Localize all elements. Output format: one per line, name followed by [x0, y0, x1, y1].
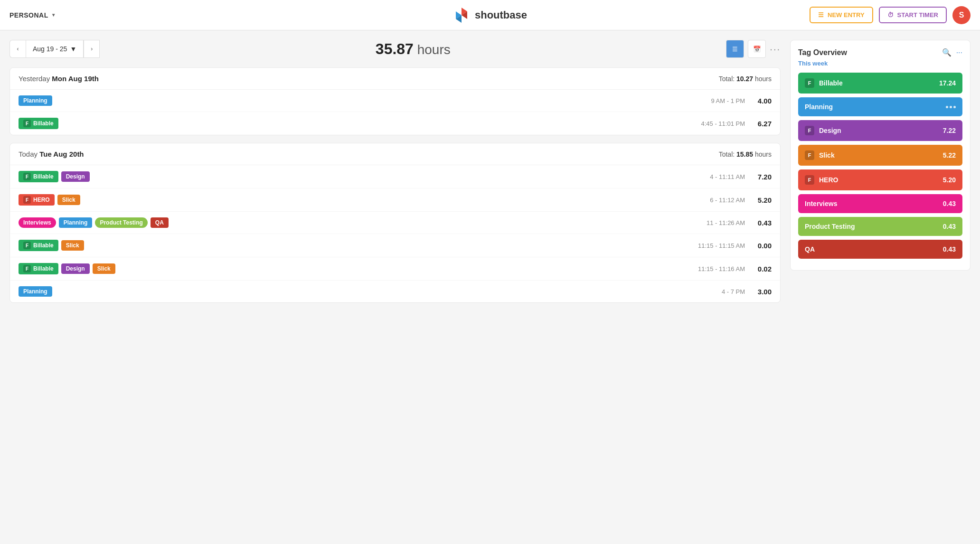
time-info: 4 - 7 PM 3.00: [722, 288, 772, 296]
time-entry[interactable]: InterviewsPlanningProduct TestingQA 11 -…: [10, 212, 780, 234]
day-total: Total: 15.85 hours: [719, 150, 772, 158]
tag-bar-slick[interactable]: FSlick5.22: [798, 145, 962, 166]
calendar-view-button[interactable]: 📅: [748, 40, 766, 58]
duration: 6.27: [753, 120, 772, 128]
tag-bar-planning[interactable]: Planning: [798, 97, 962, 116]
tag-design[interactable]: Design: [61, 171, 90, 182]
view-controls: ☰ 📅 ···: [726, 40, 781, 58]
time-entry[interactable]: Planning 9 AM - 1 PM 4.00: [10, 90, 780, 112]
date-range-label: Aug 19 - 25: [33, 45, 67, 53]
tag-bar-product-testing[interactable]: Product Testing0.43: [798, 217, 962, 236]
tag-bar-label: Interviews: [805, 200, 943, 207]
tag-billable[interactable]: FBillable: [19, 240, 58, 251]
tag-design[interactable]: Design: [61, 263, 90, 274]
brand-logo-icon: [453, 7, 470, 24]
time-entry[interactable]: FBillableDesign 4 - 11:11 AM 7.20: [10, 165, 780, 188]
tag-slick[interactable]: Slick: [93, 263, 115, 274]
new-entry-icon: ☰: [818, 11, 824, 19]
user-avatar[interactable]: S: [952, 6, 971, 24]
tag-search-button[interactable]: 🔍: [942, 48, 952, 57]
tag-product-testing[interactable]: Product Testing: [95, 217, 147, 228]
ellipsis-icon: ···: [770, 44, 781, 54]
date-range-picker[interactable]: Aug 19 - 25 ▼: [26, 40, 84, 58]
tag-billable[interactable]: FBillable: [19, 118, 58, 129]
tag-bar-dots: [946, 106, 956, 108]
tag-bars-container: FBillable17.24PlanningFDesign7.22FSlick5…: [798, 73, 962, 259]
brand-logo-area: shoutbase: [453, 7, 527, 24]
new-entry-button[interactable]: ☰ NEW ENTRY: [810, 7, 873, 23]
tag-billable[interactable]: FBillable: [19, 263, 58, 274]
search-icon: 🔍: [942, 48, 952, 56]
tag-qa[interactable]: QA: [151, 217, 169, 228]
tag-ellipsis-icon: ···: [956, 48, 962, 56]
tag-bar-value: 0.43: [943, 245, 956, 253]
tag-f-badge: F: [23, 242, 31, 249]
tag-hero[interactable]: FHERO: [19, 194, 55, 206]
time-info: 11:15 - 11:16 AM 0.02: [698, 265, 772, 273]
workspace-chevron-icon: ▼: [51, 12, 56, 18]
list-view-button[interactable]: ☰: [726, 40, 744, 58]
next-week-button[interactable]: ›: [84, 40, 100, 58]
next-icon: ›: [91, 46, 93, 52]
tag-f-badge: F: [23, 265, 31, 272]
duration: 3.00: [753, 288, 772, 296]
avatar-letter: S: [959, 11, 964, 19]
tag-planning[interactable]: Planning: [19, 286, 52, 297]
more-options-button[interactable]: ···: [770, 44, 781, 55]
time-entry[interactable]: FBillable 4:45 - 11:01 PM 6.27: [10, 112, 780, 135]
tag-bar-f-badge: F: [805, 150, 814, 160]
timer-icon: ⏱: [887, 11, 894, 19]
tags-area: FBillableSlick: [19, 240, 698, 251]
tag-overview-card: Tag Overview 🔍 ··· This week FBillable17…: [790, 40, 971, 271]
start-timer-button[interactable]: ⏱ START TIMER: [879, 7, 947, 23]
tags-area: FBillableDesignSlick: [19, 263, 698, 274]
total-hours-label: hours: [417, 42, 451, 57]
tag-interviews[interactable]: Interviews: [19, 217, 56, 228]
tag-bar-value: 5.20: [943, 176, 956, 184]
tag-bar-f-badge: F: [805, 126, 814, 135]
time-range: 6 - 11:12 AM: [710, 197, 745, 204]
day-section: Today Tue Aug 20th Total: 15.85 hours FB…: [9, 143, 781, 303]
time-info: 11:15 - 11:15 AM 0.00: [698, 242, 772, 250]
total-hours-value: 35.87: [376, 40, 414, 57]
tag-bar-label: Slick: [819, 151, 943, 159]
tag-overview-header: Tag Overview 🔍 ···: [798, 48, 962, 57]
tag-bar-design[interactable]: FDesign7.22: [798, 120, 962, 141]
tag-bar-hero[interactable]: FHERO5.20: [798, 169, 962, 190]
tag-bar-value: 7.22: [943, 127, 956, 134]
day-section: Yesterday Mon Aug 19th Total: 10.27 hour…: [9, 67, 781, 135]
tag-bar-billable[interactable]: FBillable17.24: [798, 73, 962, 94]
duration: 7.20: [753, 173, 772, 181]
duration: 0.43: [753, 219, 772, 227]
tag-slick[interactable]: Slick: [57, 195, 80, 205]
list-icon: ☰: [732, 46, 738, 53]
prev-week-button[interactable]: ‹: [9, 40, 26, 58]
tag-bar-interviews[interactable]: Interviews0.43: [798, 194, 962, 213]
tag-slick[interactable]: Slick: [61, 240, 84, 251]
tag-billable[interactable]: FBillable: [19, 171, 58, 182]
tag-bar-value: 5.22: [943, 151, 956, 159]
time-entry[interactable]: FHEROSlick 6 - 11:12 AM 5.20: [10, 188, 780, 212]
time-info: 11 - 11:26 AM 0.43: [707, 219, 772, 227]
tags-area: Planning: [19, 286, 722, 297]
tag-f-badge: F: [23, 196, 31, 204]
tag-bar-label: Billable: [819, 79, 939, 87]
date-navigation: ‹ Aug 19 - 25 ▼ › 35.87 hours ☰ 📅: [9, 40, 781, 58]
tag-planning[interactable]: Planning: [59, 217, 93, 228]
tag-f-badge: F: [23, 173, 31, 180]
tag-more-button[interactable]: ···: [956, 48, 962, 57]
tag-bar-qa[interactable]: QA0.43: [798, 240, 962, 259]
time-entry[interactable]: Planning 4 - 7 PM 3.00: [10, 281, 780, 302]
tag-bar-value: 0.43: [943, 200, 956, 207]
tag-planning[interactable]: Planning: [19, 95, 52, 106]
time-entry[interactable]: FBillableSlick 11:15 - 11:15 AM 0.00: [10, 234, 780, 257]
tag-bar-value: 0.43: [943, 223, 956, 230]
workspace-selector[interactable]: PERSONAL ▼: [9, 11, 56, 19]
time-entries-panel: ‹ Aug 19 - 25 ▼ › 35.87 hours ☰ 📅: [9, 40, 781, 535]
time-range: 4:45 - 11:01 PM: [701, 120, 745, 127]
time-range: 11 - 11:26 AM: [707, 219, 745, 226]
workspace-name: PERSONAL: [9, 11, 48, 19]
total-hours-display: 35.87 hours: [100, 40, 726, 58]
time-entry[interactable]: FBillableDesignSlick 11:15 - 11:16 AM 0.…: [10, 257, 780, 281]
app-header: PERSONAL ▼ shoutbase ☰ NEW ENTRY ⏱ START…: [0, 0, 980, 30]
